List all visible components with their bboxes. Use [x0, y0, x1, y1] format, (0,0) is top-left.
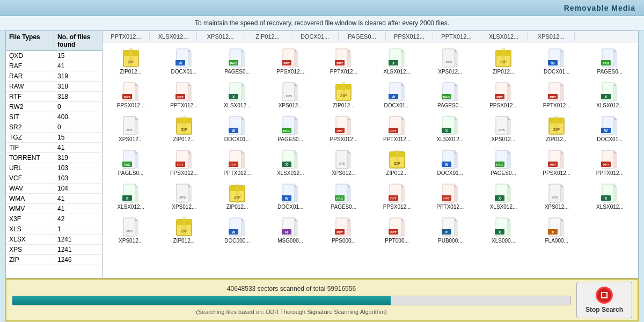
file-item[interactable]: PPT PPTX012...: [211, 146, 263, 179]
file-item[interactable]: PAG PAGES0...: [211, 45, 263, 77]
file-item[interactable]: PPT PPTX012...: [584, 146, 636, 179]
file-type-row[interactable]: VCF103: [6, 173, 102, 184]
file-item[interactable]: W DOCX01...: [158, 45, 210, 77]
file-type-row[interactable]: RAW318: [6, 82, 102, 92]
file-type-row[interactable]: WAV104: [6, 184, 102, 194]
file-item[interactable]: W DOCX01...: [531, 45, 583, 77]
file-item[interactable]: PAG PAGES0...: [424, 78, 476, 111]
file-type-row[interactable]: RW20: [6, 102, 102, 112]
file-type-row[interactable]: SIT400: [6, 112, 102, 122]
file-item[interactable]: PAG PAGES0...: [105, 146, 157, 179]
file-type-row[interactable]: XLSX1241: [6, 235, 102, 245]
file-type-row[interactable]: RTF318: [6, 92, 102, 102]
file-type-name: WMV: [6, 204, 54, 214]
file-item[interactable]: W DOCX01...: [265, 180, 317, 213]
file-item[interactable]: W DOCX01...: [424, 146, 476, 179]
file-type-row[interactable]: QXD15: [6, 51, 102, 61]
file-label: PPT000...: [385, 238, 408, 244]
file-item[interactable]: PAG PAGES0...: [584, 45, 636, 77]
svg-marker-237: [135, 218, 138, 221]
file-icon-ppsx: PPT: [494, 81, 513, 103]
file-item[interactable]: X XLSX012...: [265, 146, 317, 179]
file-item[interactable]: PPT PPSX012...: [531, 146, 583, 179]
file-type-row[interactable]: XLS1: [6, 224, 102, 235]
file-item[interactable]: PPT PPSX012...: [477, 78, 529, 111]
stop-search-button[interactable]: Stop Search: [576, 282, 632, 318]
file-item[interactable]: M MSG000...: [265, 214, 317, 246]
file-item[interactable]: X XLSX012...: [211, 78, 263, 111]
file-item[interactable]: XPS XPS012...: [105, 112, 157, 145]
file-type-row[interactable]: TORRENT319: [6, 153, 102, 163]
file-item[interactable]: W DOCX01...: [371, 78, 423, 111]
file-type-count: 104: [54, 184, 102, 193]
file-type-row[interactable]: RAF41: [6, 61, 102, 71]
file-type-count: 15: [54, 133, 102, 142]
file-item[interactable]: ZIP ZIP012...: [211, 180, 263, 213]
file-item[interactable]: PPT PPS000...: [318, 214, 370, 246]
file-item[interactable]: PPT PPTX012...: [318, 45, 370, 77]
file-item[interactable]: XPS XPS012...: [318, 146, 370, 179]
file-item[interactable]: X XLSX012...: [371, 45, 423, 77]
file-type-row[interactable]: RAR319: [6, 71, 102, 82]
file-item[interactable]: W DOC000...: [211, 214, 263, 246]
file-item[interactable]: PPT PPSX012...: [158, 146, 210, 179]
file-item[interactable]: W DOCX01...: [584, 112, 636, 145]
file-item[interactable]: X XLSX012...: [424, 112, 476, 145]
file-type-row[interactable]: TGZ15: [6, 133, 102, 143]
grid-header-item: ZIP012...: [244, 32, 291, 41]
file-item[interactable]: ZIP ZIP012...: [371, 146, 423, 179]
file-item[interactable]: PAG PAGES0...: [477, 146, 529, 179]
file-item[interactable]: PPT PPSX012...: [105, 78, 157, 111]
svg-text:XPS: XPS: [445, 61, 452, 64]
file-item[interactable]: ZIP ZIP012...: [105, 45, 157, 77]
file-type-row[interactable]: URL103: [6, 163, 102, 173]
svg-rect-186: [614, 153, 617, 169]
file-types-scroll[interactable]: QXD15RAF41RAR319RAW318RTF318RW20SIT400SR…: [6, 51, 102, 278]
file-icon-pages: PAG: [334, 182, 353, 204]
file-type-row[interactable]: WMA41: [6, 194, 102, 204]
file-item[interactable]: XPS XPS012...: [105, 214, 157, 246]
file-item[interactable]: PAG PAGES0...: [265, 112, 317, 145]
file-item[interactable]: ZIP ZIP012...: [318, 78, 370, 111]
file-type-count: 103: [54, 173, 102, 183]
file-item[interactable]: PPT PPSX012...: [265, 45, 317, 77]
file-icon-xlsx: X: [494, 182, 513, 204]
file-type-row[interactable]: WMV41: [6, 204, 102, 214]
file-item[interactable]: PPT PPTX012...: [371, 112, 423, 145]
file-item[interactable]: PPT PPTX012...: [424, 180, 476, 213]
file-item[interactable]: ZIP ZIP012...: [158, 214, 210, 246]
svg-rect-233: [614, 187, 617, 202]
file-item[interactable]: PAG PAGES0...: [318, 180, 370, 213]
file-type-row[interactable]: XPS1241: [6, 245, 102, 255]
file-item[interactable]: PPT PPTX012...: [531, 78, 583, 111]
file-item[interactable]: XPS XPS012...: [158, 180, 210, 213]
file-item[interactable]: XPS XPS012...: [477, 112, 529, 145]
svg-text:PPT: PPT: [230, 163, 237, 166]
file-item[interactable]: ZIP ZIP012...: [531, 112, 583, 145]
file-item[interactable]: X XLSX012...: [105, 180, 157, 213]
file-item[interactable]: XPS XPS012...: [531, 180, 583, 213]
file-item[interactable]: X XLSX012...: [584, 180, 636, 213]
file-item[interactable]: F FLA000...: [531, 214, 583, 246]
file-item[interactable]: X XLSX012...: [584, 78, 636, 111]
file-item[interactable]: W DOCX01...: [211, 112, 263, 145]
file-item[interactable]: ZIP ZIP012...: [477, 45, 529, 77]
file-item[interactable]: PPT PPTX012...: [158, 78, 210, 111]
file-item[interactable]: PPT PPSX012...: [371, 180, 423, 213]
file-type-row[interactable]: X3F42: [6, 214, 102, 224]
file-type-row[interactable]: ZIP1246: [6, 255, 102, 265]
file-item[interactable]: PPT PPT000...: [371, 214, 423, 246]
svg-rect-227: [549, 184, 561, 202]
files-scroll[interactable]: ZIP ZIP012... W DOCX01... PAG PAGES0... …: [103, 42, 638, 278]
file-item[interactable]: X XLSX012...: [477, 180, 529, 213]
file-item[interactable]: X XLS000...: [477, 214, 529, 246]
file-item[interactable]: P PUB000...: [424, 214, 476, 246]
file-type-row[interactable]: TIF41: [6, 143, 102, 153]
file-item[interactable]: XPS XPS012...: [265, 78, 317, 111]
file-type-row[interactable]: SR20: [6, 122, 102, 133]
file-icon-zip: ZIP: [387, 149, 407, 170]
file-item[interactable]: ZIP ZIP012...: [158, 112, 210, 145]
file-item[interactable]: PPT PPSX012...: [318, 112, 370, 145]
file-label: XPS012...: [438, 69, 462, 75]
file-item[interactable]: XPS XPS012...: [424, 45, 476, 77]
